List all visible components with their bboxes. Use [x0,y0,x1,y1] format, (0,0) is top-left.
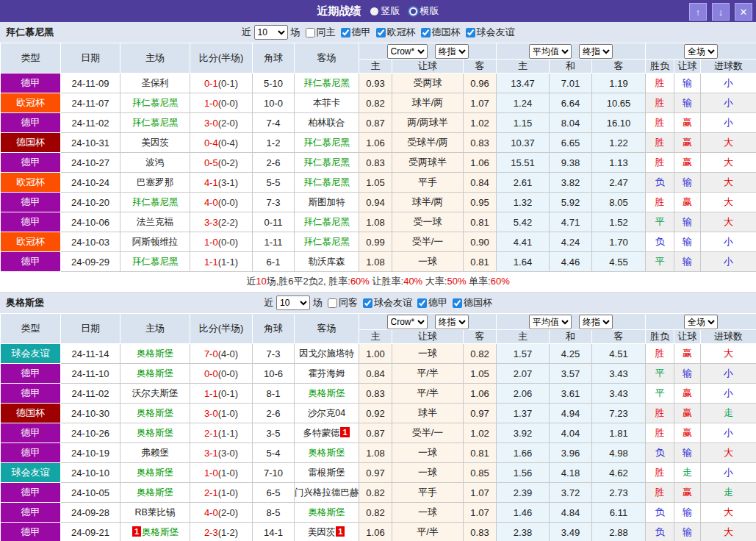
summary-value: 10 [256,276,266,287]
layout-radio-selected[interactable]: 竖版 [370,4,400,18]
bookmaker-select[interactable]: Crow* [387,315,428,329]
fulltime-score: 4-1 [204,177,218,188]
same-side-option[interactable]: 同主 [306,26,336,39]
same-side-checkbox[interactable] [306,28,315,37]
crow-away-odds: 0.81 [464,212,497,232]
col-header-crow-away: 客 [464,330,497,344]
halftime-score: (0-1) [218,388,238,399]
result-winloss: 胜 [646,344,674,364]
final-odds-select[interactable]: 终指 [435,44,469,59]
halftime-score: (0-1) [218,78,238,89]
league-option[interactable]: 德国杯 [421,26,461,39]
league-checkbox[interactable] [417,298,427,308]
league-checkbox[interactable] [466,28,475,37]
col-header-crow-handicap: 让球 [392,330,464,344]
avg-home-odds: 2.61 [497,173,550,193]
crow-handicap-line: 球半/两 [392,93,464,113]
away-team: 拜仁慕尼黑 [295,74,359,93]
match-date: 24-09-28 [61,503,120,523]
avg-home-odds: 2.38 [497,523,550,541]
home-team: 拜仁慕尼黑 [120,252,190,272]
match-score: 4-0(2-0) [190,503,253,523]
match-date: 24-09-21 [61,523,120,541]
fulltime-score: 0-0 [204,368,218,379]
halftime-score: (1-0) [218,408,238,419]
team-label: 阿斯顿维拉 [132,237,179,247]
radio-label: 竖版 [381,4,400,18]
match-row: 德甲24-09-211奥格斯堡2-3(1-2)14-1美因茨11.06平/半0.… [1,523,756,541]
match-table: 类型 日期 主场 比分(半场) 角球 客场 Crow* 终指 平均值 终指 [0,43,756,272]
crow-handicap-line: 球半 [392,404,464,423]
final-odds-select-2[interactable]: 终指 [579,44,613,59]
col-header-crow-home: 主 [359,60,392,74]
league-option[interactable]: 球会友谊 [466,26,515,39]
scope-select[interactable]: 全场 [684,44,718,59]
move-down-button[interactable]: ↓ [712,3,730,21]
col-header-home: 主场 [120,314,190,344]
match-date: 24-10-26 [61,423,120,443]
league-option[interactable]: 德国杯 [453,296,492,309]
league-checkbox[interactable] [421,28,431,37]
result-winloss: 负 [646,443,674,463]
col-header-type: 类型 [1,43,61,74]
away-team: 拜仁慕尼黑 [295,212,359,232]
result-goals: 小 [701,74,756,93]
crow-home-odds: 0.97 [359,463,392,483]
avg-away-odds: 1.13 [592,153,646,173]
team-label: 拜仁慕尼黑 [132,197,179,207]
crow-home-odds: 0.83 [359,384,392,404]
corner-score: 6-1 [253,252,295,272]
league-checkbox[interactable] [376,28,386,37]
bookmaker-select[interactable]: Crow* [387,44,428,59]
crow-home-odds: 0.87 [359,423,392,443]
recent-count-select[interactable]: 10 [276,295,310,310]
summary-value: 40% [403,276,422,287]
home-team: 1奥格斯堡 [120,523,190,541]
league-checkbox[interactable] [453,298,462,308]
avg-home-odds: 3.92 [497,423,550,443]
team-label: 门兴格拉德巴赫 [295,487,359,498]
corner-score: 7-3 [253,344,295,364]
window-title: 近期战绩 [317,4,361,18]
match-score: 3-3(2-2) [190,212,253,232]
crow-away-odds: 0.95 [464,193,497,212]
league-option[interactable]: 德甲 [341,26,371,39]
crow-away-odds: 1.06 [464,153,497,173]
recent-count-select[interactable]: 10 [254,25,288,40]
col-header-avg-draw: 和 [550,60,592,74]
home-team: 拜仁慕尼黑 [120,93,190,113]
average-select[interactable]: 平均值 [529,44,572,59]
match-score: 0-1(0-1) [190,74,253,93]
league-option[interactable]: 德甲 [417,296,447,309]
avg-home-odds: 5.42 [497,212,550,232]
league-checkbox[interactable] [363,298,372,308]
match-date: 24-11-14 [61,344,120,364]
avg-away-odds: 1.52 [592,212,646,232]
league-option[interactable]: 球会友谊 [363,296,412,309]
fulltime-score: 4-0 [204,507,218,518]
move-up-button[interactable]: ↑ [689,3,707,21]
same-side-checkbox[interactable] [328,298,337,308]
scope-select[interactable]: 全场 [684,315,718,329]
final-odds-select[interactable]: 终指 [435,315,469,329]
result-handicap: 输 [674,173,701,193]
final-odds-select-2[interactable]: 终指 [579,315,613,329]
away-team: 拜仁慕尼黑 [295,173,359,193]
average-select[interactable]: 平均值 [529,315,572,329]
same-side-option[interactable]: 同客 [328,296,358,309]
league-checkbox[interactable] [341,28,350,37]
col-header-avg-away: 客 [592,330,646,344]
avg-draw-odds: 4.24 [550,232,592,252]
close-button[interactable]: ✕ [735,3,752,21]
result-winloss: 胜 [646,404,674,423]
team-label: 奥格斯堡 [309,507,345,517]
team-label: 本菲卡 [313,98,341,108]
match-score: 1-0(0-0) [190,93,253,113]
match-date: 24-11-10 [61,364,120,384]
match-score: 0-0(0-0) [190,364,253,384]
layout-radio-unselected[interactable]: 横版 [409,4,439,18]
match-row: 德甲24-11-02沃尔夫斯堡1-1(0-1)8-1奥格斯堡0.83平/半1.0… [1,384,756,404]
result-winloss: 负 [646,503,674,523]
league-option[interactable]: 欧冠杯 [376,26,416,39]
team-label: 弗赖堡 [141,448,169,458]
